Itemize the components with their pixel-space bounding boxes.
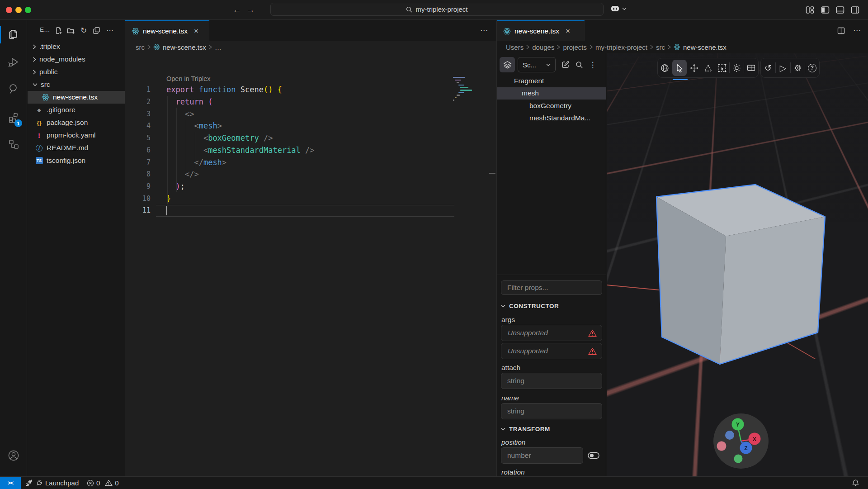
breadcrumb-item[interactable]: new-scene.tsx [683, 43, 726, 51]
neg-z-handle[interactable] [725, 431, 734, 440]
attach-input[interactable] [501, 373, 602, 389]
sidebar-item-run-debug[interactable] [0, 50, 27, 74]
bell-icon [852, 479, 859, 487]
file-row-package-json[interactable]: {} package.json [28, 116, 125, 129]
minimap[interactable] [453, 77, 491, 102]
file-row-pnpm-lock[interactable]: ! pnpm-lock.yaml [28, 129, 125, 142]
minimap-line [453, 100, 454, 101]
breadcrumb-item[interactable]: src [136, 43, 145, 51]
toggle-primary-sidebar-button[interactable] [819, 5, 831, 15]
scene-select-dropdown[interactable]: Sc... [518, 57, 556, 72]
ellipsis-icon[interactable]: ⋯ [853, 26, 861, 35]
section-label: TRANSFORM [509, 426, 550, 432]
camera-view-button[interactable] [744, 58, 758, 78]
lighting-toggle-button[interactable] [730, 58, 744, 78]
neg-y-handle[interactable] [734, 455, 743, 463]
file-row-node-modules[interactable]: node_modules [28, 53, 125, 66]
file-row-readme[interactable]: i README.md [28, 142, 125, 154]
breadcrumb-item[interactable]: douges [532, 43, 554, 51]
sun-icon [732, 64, 741, 72]
problems-status-item[interactable]: 0 0 [87, 477, 119, 489]
scene-search-button[interactable] [573, 57, 585, 72]
globe-tool-button[interactable] [658, 58, 672, 78]
position-input[interactable] [501, 447, 583, 464]
breadcrumb-item[interactable]: … [215, 43, 222, 51]
3d-viewport[interactable]: ↺ ▷ ⚙︎ ? Y [607, 53, 868, 476]
help-button[interactable]: ? [805, 58, 819, 78]
scene-tree-item-boxgeometry[interactable]: boxGeometry [497, 100, 606, 112]
sash-grip[interactable] [489, 173, 495, 174]
split-editor-icon[interactable] [837, 27, 845, 34]
close-icon[interactable]: × [194, 27, 198, 36]
copilot-menu[interactable] [610, 5, 627, 13]
edit-scene-button[interactable] [559, 57, 572, 72]
breadcrumb-item[interactable]: my-triplex-project [595, 43, 647, 51]
yaml-icon: ! [35, 132, 43, 139]
scale-tool-button[interactable] [701, 58, 715, 78]
plug-icon [34, 478, 44, 488]
customize-layout-button[interactable] [804, 5, 816, 15]
react-icon [42, 94, 49, 101]
breadcrumb-item[interactable]: src [656, 43, 665, 51]
collapse-all-button[interactable] [92, 26, 101, 35]
view-gizmo[interactable]: Y X Z [713, 413, 769, 469]
breadcrumb-item[interactable]: new-scene.tsx [163, 43, 206, 51]
tab-new-scene[interactable]: new-scene.tsx × [125, 20, 209, 41]
command-center-search[interactable]: my-triplex-project [270, 3, 604, 16]
sidebar-item-extensions[interactable]: 1 [0, 106, 27, 129]
window-zoom-button[interactable] [25, 7, 31, 13]
remote-indicator[interactable]: >< [0, 477, 21, 489]
play-button[interactable]: ▷ [776, 58, 790, 78]
name-input[interactable] [501, 403, 602, 419]
window-minimize-button[interactable] [15, 7, 22, 13]
toggle-secondary-sidebar-button[interactable] [849, 5, 861, 15]
scene-more-button[interactable]: ⋮ [587, 57, 598, 72]
code-area[interactable]: Open in Triplex 1export function Scene()… [125, 53, 496, 476]
close-icon[interactable]: × [566, 27, 570, 36]
launchpad-status-item[interactable]: Launchpad [25, 477, 79, 489]
new-folder-button[interactable] [66, 26, 75, 35]
nav-back-button[interactable]: ← [231, 4, 243, 16]
tab-label: new-scene.tsx [143, 27, 188, 35]
file-row-tsconfig[interactable]: TS tsconfig.json [28, 154, 125, 167]
file-row-public[interactable]: public [28, 66, 125, 78]
breadcrumb-item[interactable]: Users [506, 43, 524, 51]
breadcrumb-item[interactable]: projects [563, 43, 587, 51]
file-row-triplex[interactable]: .triplex [28, 40, 125, 53]
new-file-button[interactable] [54, 26, 63, 35]
section-transform[interactable]: TRANSFORM [501, 426, 550, 432]
select-tool-button[interactable] [672, 60, 687, 76]
explorer-sidebar: E… ↻ ⋯ .triplex node_modules public src … [28, 20, 125, 476]
position-toggle[interactable] [587, 451, 600, 460]
translate-tool-button[interactable] [687, 58, 701, 78]
editor-tab-actions[interactable]: ⋯ [480, 20, 488, 41]
tab-triplex-new-scene[interactable]: new-scene.tsx × [497, 20, 585, 41]
filter-props-input[interactable] [501, 280, 602, 295]
sidebar-item-search[interactable] [0, 77, 27, 100]
viewport-settings-button[interactable]: ⚙︎ [791, 58, 805, 78]
scene-tree-item-mesh[interactable]: mesh [497, 87, 606, 100]
window-close-button[interactable] [6, 7, 12, 13]
section-constructor[interactable]: CONSTRUCTOR [501, 303, 559, 309]
refresh-button[interactable]: ↻ [79, 26, 88, 35]
scene-tree-item-meshstandardmaterial[interactable]: meshStandardMa... [497, 112, 606, 125]
explorer-more-actions-button[interactable]: ⋯ [105, 26, 114, 35]
file-row-new-scene[interactable]: new-scene.tsx [28, 91, 125, 104]
sidebar-item-explorer[interactable] [0, 22, 27, 46]
transform-tool-button[interactable] [715, 58, 729, 78]
scene-tree-item-fragment[interactable]: Fragment [497, 75, 606, 87]
layers-button[interactable] [500, 57, 515, 72]
file-row-gitignore[interactable]: ◆ .gitignore [28, 104, 125, 116]
file-row-src[interactable]: src [28, 78, 125, 91]
neg-x-handle[interactable] [717, 442, 726, 451]
ellipsis-icon[interactable]: ⋯ [480, 26, 488, 35]
edit-icon [561, 61, 570, 69]
accounts-button[interactable] [0, 444, 27, 467]
sidebar-item-org-chart[interactable] [0, 132, 27, 156]
undo-button[interactable]: ↺ [761, 58, 775, 78]
toggle-panel-button[interactable] [834, 5, 846, 15]
codelens-open-in-triplex[interactable]: Open in Triplex [166, 75, 211, 82]
tab-label: new-scene.tsx [514, 27, 559, 35]
nav-forward-button[interactable]: → [244, 4, 257, 16]
notifications-bell[interactable] [852, 477, 859, 489]
